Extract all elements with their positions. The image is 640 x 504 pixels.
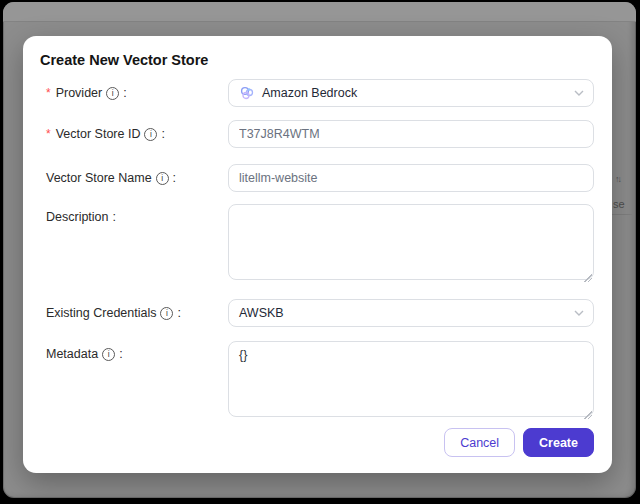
metadata-textarea[interactable]: {}	[228, 341, 594, 417]
cancel-button[interactable]: Cancel	[444, 428, 515, 457]
colon: :	[177, 306, 180, 320]
existing-credentials-select-value: AWSKB	[239, 306, 284, 320]
info-icon[interactable]: i	[102, 348, 115, 361]
colon: :	[123, 86, 126, 100]
create-button[interactable]: Create	[523, 428, 594, 457]
info-icon[interactable]: i	[106, 87, 119, 100]
resize-handle[interactable]	[583, 410, 592, 419]
colon: :	[119, 347, 122, 361]
vector-store-id-row: * Vector Store ID i :	[40, 120, 594, 148]
background-partial-text: se	[613, 198, 625, 210]
existing-credentials-label-text: Existing Credentials	[46, 306, 156, 320]
existing-credentials-select[interactable]: AWSKB	[228, 299, 594, 327]
description-textarea[interactable]	[228, 204, 594, 280]
info-icon[interactable]: i	[160, 307, 173, 320]
provider-select[interactable]: Amazon Bedrock	[228, 79, 594, 107]
colon: :	[113, 210, 116, 224]
modal-title: Create New Vector Store	[40, 50, 594, 70]
info-icon[interactable]: i	[144, 128, 157, 141]
vector-store-name-row: Vector Store Name i :	[40, 164, 594, 192]
provider-label: * Provider i :	[40, 86, 228, 100]
sort-icon: ↑↓	[615, 174, 620, 184]
colon: :	[173, 171, 176, 185]
info-icon[interactable]: i	[156, 172, 169, 185]
chevron-down-icon	[574, 90, 584, 96]
description-label: Description :	[40, 204, 228, 224]
existing-credentials-label: Existing Credentials i :	[40, 306, 228, 320]
resize-handle[interactable]	[583, 273, 592, 282]
vector-store-name-label: Vector Store Name i :	[40, 171, 228, 185]
background-header-band	[3, 2, 636, 22]
description-row: Description :	[40, 204, 594, 284]
required-marker: *	[46, 86, 51, 100]
vector-store-name-input[interactable]	[228, 164, 594, 192]
metadata-label: Metadata i :	[40, 341, 228, 361]
provider-row: * Provider i : Amazon Bedrock	[40, 79, 594, 107]
vector-store-id-label: * Vector Store ID i :	[40, 127, 228, 141]
background-table-divider	[612, 214, 632, 215]
create-vector-store-modal: Create New Vector Store ✕ * Provider i :…	[23, 36, 612, 473]
amazon-bedrock-icon	[239, 85, 255, 101]
description-label-text: Description	[46, 210, 109, 224]
vector-store-id-label-text: Vector Store ID	[56, 127, 141, 141]
provider-select-value: Amazon Bedrock	[262, 86, 357, 100]
provider-label-text: Provider	[56, 86, 103, 100]
metadata-label-text: Metadata	[46, 347, 98, 361]
chevron-down-icon	[574, 310, 584, 316]
colon: :	[161, 127, 164, 141]
modal-footer: Cancel Create	[40, 428, 594, 457]
vector-store-id-input[interactable]	[228, 120, 594, 148]
required-marker: *	[46, 127, 51, 141]
existing-credentials-row: Existing Credentials i : AWSKB	[40, 299, 594, 327]
metadata-row: Metadata i : {}	[40, 341, 594, 421]
vector-store-name-label-text: Vector Store Name	[46, 171, 152, 185]
